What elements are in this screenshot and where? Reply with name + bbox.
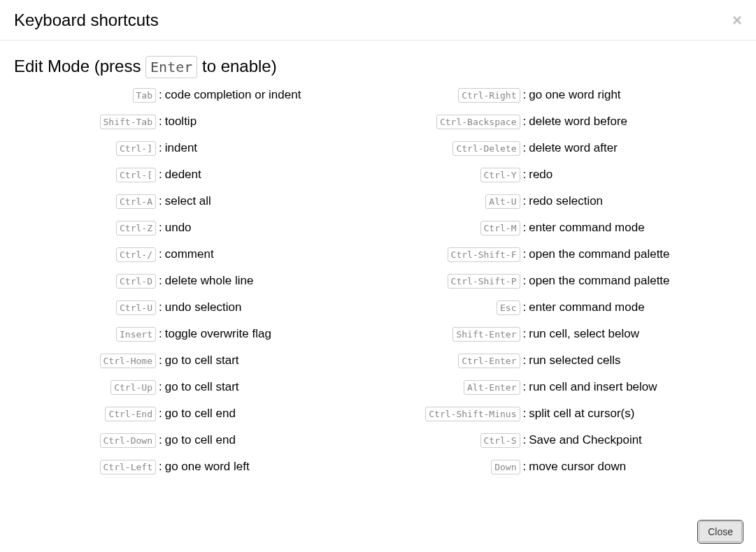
shortcut-key: Ctrl-Shift-F bbox=[448, 247, 520, 262]
shortcut-description: tooltip bbox=[165, 115, 197, 129]
shortcut-description: go one word left bbox=[165, 460, 250, 474]
shortcut-key: Ctrl-Shift-Minus bbox=[425, 407, 520, 421]
shortcut-row: Alt-Enter:run cell and insert below bbox=[378, 380, 743, 397]
shortcut-row: Ctrl-Left:go one word left bbox=[14, 460, 378, 477]
shortcut-row: Insert:toggle overwrite flag bbox=[14, 327, 378, 344]
shortcut-description: dedent bbox=[165, 168, 201, 182]
shortcut-key: Ctrl-Up bbox=[110, 380, 156, 395]
shortcut-key: Ctrl-Shift-P bbox=[448, 274, 520, 289]
shortcut-row: Ctrl-Right:go one word right bbox=[378, 88, 743, 105]
shortcut-description: comment bbox=[165, 247, 214, 261]
shortcut-key: Shift-Enter bbox=[452, 327, 520, 342]
shortcut-row: Tab:code completion or indent bbox=[14, 88, 378, 105]
shortcut-description: code completion or indent bbox=[165, 88, 301, 102]
shortcut-key: Ctrl-Home bbox=[100, 354, 156, 368]
section-heading: Edit Mode (press Enter to enable) bbox=[14, 56, 742, 78]
shortcut-row: Shift-Enter:run cell, select below bbox=[378, 327, 743, 344]
shortcut-key: Ctrl-Right bbox=[458, 88, 520, 103]
shortcut-description: go one word right bbox=[529, 88, 620, 102]
shortcut-description: delete word after bbox=[529, 141, 618, 155]
shortcut-row: Ctrl-M:enter command mode bbox=[378, 221, 743, 238]
shortcut-row: Ctrl-A:select all bbox=[14, 194, 378, 211]
shortcut-row: Ctrl-/:comment bbox=[14, 247, 378, 264]
shortcut-key: Ctrl-Down bbox=[100, 433, 156, 448]
shortcut-description: go to cell end bbox=[165, 407, 236, 421]
shortcut-row: Ctrl-]:indent bbox=[14, 141, 378, 158]
shortcut-description: open the command palette bbox=[529, 247, 669, 261]
shortcut-key: Shift-Tab bbox=[100, 115, 156, 129]
shortcut-description: Save and Checkpoint bbox=[529, 433, 642, 447]
shortcut-description: split cell at cursor(s) bbox=[529, 407, 634, 421]
close-button[interactable]: Close bbox=[699, 521, 742, 542]
shortcut-row: Ctrl-Y:redo bbox=[378, 168, 743, 184]
shortcut-description: run selected cells bbox=[529, 354, 620, 368]
shortcut-key: Ctrl-Backspace bbox=[436, 115, 520, 129]
modal-header: Keyboard shortcuts × bbox=[0, 0, 756, 41]
shortcut-key: Ctrl-D bbox=[116, 274, 156, 289]
keyboard-shortcuts-modal: Keyboard shortcuts × Space : scroll note… bbox=[0, 0, 756, 552]
shortcut-key: Ctrl-Left bbox=[100, 460, 156, 474]
shortcut-description: go to cell end bbox=[165, 433, 236, 447]
shortcut-row: Shift-Tab:tooltip bbox=[14, 115, 378, 131]
shortcut-key: Ctrl-[ bbox=[116, 168, 156, 182]
shortcut-key: Tab bbox=[133, 88, 156, 103]
shortcut-description: go to cell start bbox=[165, 380, 239, 394]
shortcut-row: Ctrl-End:go to cell end bbox=[14, 407, 378, 423]
shortcut-row: Ctrl-Shift-F:open the command palette bbox=[378, 247, 743, 264]
shortcut-row: Ctrl-Delete:delete word after bbox=[378, 141, 743, 158]
shortcut-row: Esc:enter command mode bbox=[378, 300, 743, 317]
shortcut-description: enter command mode bbox=[529, 300, 644, 314]
shortcut-row: Ctrl-Shift-Minus:split cell at cursor(s) bbox=[378, 407, 743, 423]
modal-body[interactable]: Space : scroll notebook down Edit Mode (… bbox=[0, 41, 756, 511]
shortcut-key: Ctrl-Y bbox=[480, 168, 520, 182]
shortcut-description: delete word before bbox=[529, 115, 627, 129]
shortcut-row: Ctrl-[:dedent bbox=[14, 168, 378, 184]
shortcut-key: Ctrl-Enter bbox=[458, 354, 520, 368]
shortcut-row: Ctrl-D:delete whole line bbox=[14, 274, 378, 291]
shortcut-description: select all bbox=[165, 194, 211, 208]
shortcut-description: run cell, select below bbox=[529, 327, 639, 341]
shortcut-description: open the command palette bbox=[529, 274, 669, 288]
shortcut-description: enter command mode bbox=[529, 221, 644, 235]
shortcut-row: Ctrl-Shift-P:open the command palette bbox=[378, 274, 743, 291]
shortcut-key: Ctrl-] bbox=[116, 141, 156, 156]
shortcut-row: Alt-U:redo selection bbox=[378, 194, 743, 211]
shortcut-description: move cursor down bbox=[529, 460, 626, 474]
shortcut-row: Ctrl-Enter:run selected cells bbox=[378, 354, 743, 370]
close-icon[interactable]: × bbox=[732, 12, 742, 29]
modal-title: Keyboard shortcuts bbox=[14, 10, 159, 30]
shortcut-key: Ctrl-M bbox=[480, 221, 520, 235]
shortcut-key: Ctrl-Z bbox=[116, 221, 156, 235]
enter-key: Enter bbox=[145, 56, 197, 78]
shortcuts-column-right: Ctrl-Right:go one word rightCtrl-Backspa… bbox=[378, 88, 743, 486]
shortcut-description: go to cell start bbox=[165, 354, 239, 368]
shortcut-description: redo selection bbox=[529, 194, 603, 208]
shortcut-key: Down bbox=[491, 460, 520, 474]
shortcut-row: Ctrl-Backspace:delete word before bbox=[378, 115, 743, 131]
shortcut-description: undo selection bbox=[165, 300, 242, 314]
shortcut-key: Alt-Enter bbox=[464, 380, 520, 395]
shortcut-row: Ctrl-S:Save and Checkpoint bbox=[378, 433, 743, 450]
shortcut-description: indent bbox=[165, 141, 197, 155]
modal-footer: Close bbox=[0, 511, 756, 552]
shortcut-key: Ctrl-A bbox=[116, 194, 156, 209]
shortcut-row: Ctrl-Home:go to cell start bbox=[14, 354, 378, 370]
shortcut-row: Ctrl-Down:go to cell end bbox=[14, 433, 378, 450]
shortcut-description: toggle overwrite flag bbox=[165, 327, 271, 341]
shortcut-description: redo bbox=[529, 168, 552, 182]
shortcut-key: Esc bbox=[497, 300, 520, 315]
shortcut-description: run cell and insert below bbox=[529, 380, 657, 394]
shortcut-key: Insert bbox=[116, 327, 156, 342]
shortcut-row: Ctrl-Z:undo bbox=[14, 221, 378, 238]
shortcut-row: Ctrl-U:undo selection bbox=[14, 300, 378, 317]
shortcut-row: Down:move cursor down bbox=[378, 460, 743, 477]
shortcut-key: Ctrl-End bbox=[105, 407, 156, 421]
shortcut-description: undo bbox=[165, 221, 192, 235]
previous-section-peek: Space : scroll notebook down bbox=[14, 41, 742, 43]
shortcut-key: Ctrl-U bbox=[116, 300, 156, 315]
shortcut-key: Ctrl-S bbox=[480, 433, 520, 448]
shortcuts-columns: Tab:code completion or indentShift-Tab:t… bbox=[14, 88, 742, 486]
shortcut-row: Ctrl-Up:go to cell start bbox=[14, 380, 378, 397]
shortcut-key: Ctrl-Delete bbox=[452, 141, 520, 156]
shortcut-key: Ctrl-/ bbox=[116, 247, 156, 262]
